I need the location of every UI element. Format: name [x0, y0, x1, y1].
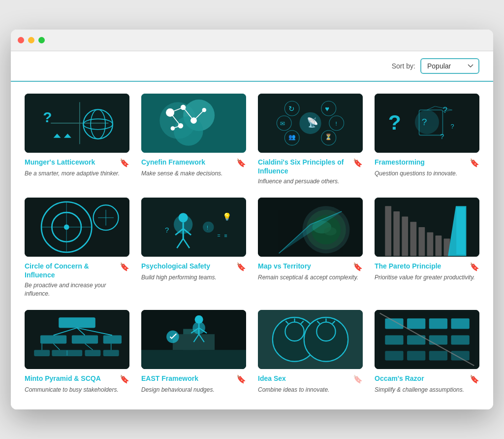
card-cialdinis-six-principles[interactable]: 📡 ↻ ♥ ✉ ! 👥 ⏳ Cialdini's Six Principles …: [258, 94, 363, 186]
svg-rect-145: [429, 351, 447, 360]
card-cynefin-framework[interactable]: Cynefin Framework🔖Make sense & make deci…: [141, 94, 246, 186]
bookmark-icon-minto-pyramid[interactable]: 🔖: [120, 374, 129, 384]
bookmark-icon-cialdinis-six-principles[interactable]: 🔖: [353, 158, 363, 168]
minimize-button[interactable]: [28, 37, 34, 43]
svg-text:!: !: [207, 225, 208, 231]
card-title-row-framestorming: Framestorming🔖: [375, 158, 479, 168]
svg-point-68: [203, 222, 214, 232]
svg-text:?: ?: [165, 226, 169, 234]
svg-text:!: !: [336, 120, 337, 127]
svg-rect-98: [103, 335, 122, 343]
svg-text:?: ?: [422, 117, 427, 127]
sort-label: Sort by:: [392, 62, 415, 70]
card-subtitle-occams-razor: Simplify & challenge assumptions.: [375, 386, 479, 394]
svg-rect-85: [393, 211, 400, 256]
sort-select[interactable]: Popular Newest A-Z: [420, 58, 479, 74]
bookmark-icon-mungers-latticework[interactable]: 🔖: [120, 158, 129, 168]
card-pareto-principle[interactable]: The Pareto Principle🔖Prioritise value fo…: [375, 198, 479, 298]
close-button[interactable]: [18, 37, 24, 43]
svg-rect-89: [427, 232, 434, 256]
svg-point-55: [64, 224, 69, 230]
card-minto-pyramid[interactable]: Minto Pyramid & SCQA🔖Communicate to busy…: [25, 310, 129, 394]
svg-rect-143: [385, 351, 403, 360]
card-image-psychological-safety: ? ! 💡 = ≡: [141, 198, 246, 257]
card-circle-of-concern[interactable]: Circle of Concern & Influence🔖Be proacti…: [25, 198, 129, 298]
svg-rect-137: [429, 318, 447, 329]
bookmark-icon-east-framework[interactable]: 🔖: [236, 374, 246, 384]
card-image-minto-pyramid: [25, 310, 129, 369]
card-east-framework[interactable]: EAST Framework🔖Design behavioural nudges…: [141, 310, 246, 394]
svg-rect-112: [141, 350, 246, 369]
toolbar: Sort by: Popular Newest A-Z: [11, 51, 493, 82]
svg-rect-103: [52, 350, 67, 356]
svg-text:💡: 💡: [222, 212, 232, 221]
bookmark-icon-pareto-principle[interactable]: 🔖: [470, 262, 479, 271]
bookmark-icon-circle-of-concern[interactable]: 🔖: [120, 262, 129, 271]
cards-grid: ? Munger's Latticework🔖Be a smarter, mor…: [25, 94, 479, 394]
svg-rect-87: [410, 222, 416, 256]
svg-rect-95: [59, 317, 95, 328]
card-title-map-vs-territory: Map vs Territory: [258, 262, 350, 270]
card-title-row-cynefin-framework: Cynefin Framework🔖: [141, 158, 246, 168]
svg-point-125: [304, 317, 348, 361]
svg-rect-138: [451, 318, 469, 329]
card-title-row-minto-pyramid: Minto Pyramid & SCQA🔖: [25, 374, 129, 384]
bookmark-icon-framestorming[interactable]: 🔖: [470, 158, 479, 168]
svg-rect-86: [402, 216, 408, 256]
card-image-pareto-principle: [375, 198, 479, 257]
svg-rect-90: [436, 236, 442, 256]
bookmark-icon-idea-sex[interactable]: 🔖: [353, 374, 363, 384]
svg-rect-97: [72, 335, 98, 343]
card-occams-razor[interactable]: Occam's Razor🔖Simplify & challenge assum…: [375, 310, 479, 394]
card-subtitle-cialdinis-six-principles: Influence and persuade others.: [258, 177, 363, 186]
card-title-circle-of-concern: Circle of Concern & Influence: [25, 262, 117, 279]
card-title-row-map-vs-territory: Map vs Territory🔖: [258, 262, 363, 271]
card-image-mungers-latticework: ?: [25, 94, 129, 153]
maximize-button[interactable]: [38, 37, 45, 43]
card-subtitle-mungers-latticework: Be a smarter, more adaptive thinker.: [25, 169, 129, 178]
card-framestorming[interactable]: ? ? ? ? ? Framestorming🔖Question questio…: [375, 94, 479, 186]
svg-text:♥: ♥: [325, 105, 329, 113]
svg-text:=: =: [217, 233, 220, 238]
svg-point-61: [179, 213, 188, 222]
card-title-minto-pyramid: Minto Pyramid & SCQA: [25, 374, 117, 383]
svg-rect-146: [451, 351, 469, 360]
card-title-row-occams-razor: Occam's Razor🔖: [375, 374, 479, 384]
svg-text:↻: ↻: [288, 105, 295, 113]
main-window: Sort by: Popular Newest A-Z ? Munger's L…: [11, 30, 493, 410]
bookmark-icon-map-vs-territory[interactable]: 🔖: [353, 262, 363, 271]
svg-rect-96: [40, 335, 66, 343]
card-title-row-circle-of-concern: Circle of Concern & Influence🔖: [25, 262, 129, 279]
svg-text:📡: 📡: [307, 117, 318, 128]
svg-rect-135: [385, 318, 403, 329]
bookmark-icon-cynefin-framework[interactable]: 🔖: [236, 158, 246, 168]
card-title-row-idea-sex: Idea Sex🔖: [258, 374, 363, 384]
svg-text:?: ?: [43, 108, 52, 125]
bookmark-icon-occams-razor[interactable]: 🔖: [470, 374, 479, 384]
bookmark-icon-psychological-safety[interactable]: 🔖: [236, 262, 246, 271]
card-psychological-safety[interactable]: ? ! 💡 = ≡ Psychological Safety🔖Build hig…: [141, 198, 246, 298]
svg-rect-102: [34, 350, 50, 356]
card-title-cynefin-framework: Cynefin Framework: [141, 158, 233, 167]
svg-point-78: [324, 227, 337, 236]
svg-rect-141: [429, 335, 447, 344]
card-map-vs-territory[interactable]: Map vs Territory🔖Remain sceptical & acce…: [258, 198, 363, 298]
card-idea-sex[interactable]: Idea Sex🔖Combine ideas to innovate.: [258, 310, 363, 394]
svg-point-116: [195, 315, 203, 324]
svg-text:≡: ≡: [224, 233, 227, 238]
card-image-cynefin-framework: [141, 94, 246, 153]
card-mungers-latticework[interactable]: ? Munger's Latticework🔖Be a smarter, mor…: [25, 94, 129, 186]
card-image-framestorming: ? ? ? ? ?: [375, 94, 479, 153]
svg-rect-142: [451, 335, 469, 344]
card-subtitle-minto-pyramid: Communicate to busy stakeholders.: [25, 386, 129, 394]
svg-rect-88: [418, 227, 425, 256]
card-subtitle-east-framework: Design behavioural nudges.: [141, 386, 246, 394]
content-area: ? Munger's Latticework🔖Be a smarter, mor…: [11, 82, 493, 410]
svg-point-12: [174, 116, 203, 146]
card-title-cialdinis-six-principles: Cialdini's Six Principles of Influence: [258, 158, 350, 175]
svg-text:✉: ✉: [280, 120, 285, 127]
svg-text:?: ?: [450, 122, 454, 130]
svg-rect-104: [66, 350, 82, 356]
card-subtitle-framestorming: Question questions to innovate.: [375, 169, 479, 178]
svg-text:?: ?: [388, 110, 401, 134]
